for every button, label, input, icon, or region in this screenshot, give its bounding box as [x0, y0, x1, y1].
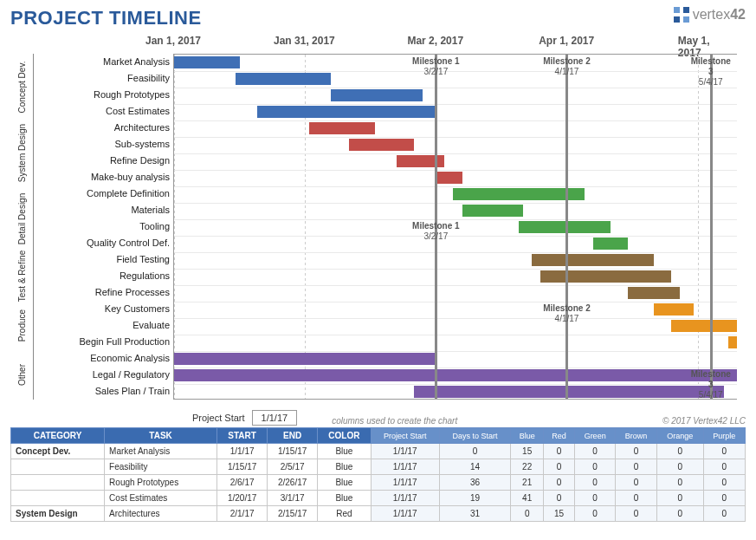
table-header: COLOR	[318, 428, 372, 444]
gantt-bar	[654, 303, 693, 316]
table-header: Blue	[511, 428, 544, 444]
group-label: Produce	[10, 301, 35, 350]
gantt-bar	[453, 188, 584, 200]
task-label: Regulations	[40, 268, 170, 284]
task-label: Architectures	[40, 120, 170, 136]
gantt-bar	[309, 122, 375, 134]
table-header: Green	[575, 428, 616, 444]
table-header: Brown	[616, 428, 657, 444]
task-label: Tooling	[40, 218, 170, 235]
gantt-bar	[174, 369, 737, 381]
group-label: Concept Dev.	[10, 54, 35, 120]
axis-tick: Mar 2, 2017	[407, 35, 463, 47]
table-header: Red	[544, 428, 575, 444]
task-label: Materials	[40, 202, 170, 218]
group-label: Detail Design	[10, 185, 35, 251]
milestone-label: Milestone 24/1/17	[543, 56, 590, 77]
task-label: Sub-systems	[40, 136, 170, 153]
gantt-bar	[236, 73, 332, 85]
axis-tick: Apr 1, 2017	[539, 35, 594, 47]
table-header: Purple	[703, 428, 745, 444]
milestone-label: Milestone 35/4/17	[691, 369, 731, 400]
milestone-label: Milestone 13/2/17	[412, 221, 459, 242]
gantt-bar	[462, 205, 524, 217]
gantt-bar	[540, 270, 671, 283]
task-label: Quality Control Def.	[40, 235, 170, 251]
group-label: System Design	[10, 120, 35, 185]
task-label: Make-buy analysis	[40, 169, 170, 185]
table-header: Days to Start	[439, 428, 510, 444]
task-label: Refine Processes	[40, 284, 170, 301]
milestone-label: Milestone 35/4/17	[691, 56, 731, 88]
task-label: Economic Analysis	[40, 350, 170, 367]
gantt-bar	[436, 172, 462, 184]
milestone-line	[565, 55, 568, 399]
gantt-bar	[519, 221, 611, 233]
page-title: PROJECT TIMELINE	[10, 7, 202, 29]
table-row: Feasibility1/15/172/5/17Blue1/1/17142200…	[11, 459, 746, 475]
data-table: CATEGORYTASKSTARTENDCOLORProject StartDa…	[10, 427, 746, 522]
task-label: Evaluate	[40, 317, 170, 334]
group-label: Other	[10, 350, 35, 400]
axis-tick: Jan 31, 2017	[274, 35, 335, 47]
gantt-bar	[593, 237, 628, 250]
gantt-chart: Jan 1, 2017Jan 31, 2017Mar 2, 2017Apr 1,…	[10, 35, 746, 407]
table-row: Rough Prototypes2/6/172/26/17Blue1/1/173…	[11, 475, 746, 491]
table-row: Concept Dev.Market Analysis1/1/171/15/17…	[11, 444, 746, 459]
gantt-bar	[671, 320, 737, 332]
columns-note: columns used to create the chart	[332, 416, 457, 426]
task-label: Feasibility	[40, 70, 170, 87]
task-label: Cost Estimates	[40, 103, 170, 120]
gantt-bar	[174, 353, 436, 365]
group-label: Test & Refine	[10, 251, 35, 301]
project-start-label: Project Start	[192, 413, 252, 423]
vertex42-logo: vertex42	[674, 7, 746, 23]
task-label: Refine Design	[40, 153, 170, 169]
table-row: System DesignArchitectures2/1/172/15/17R…	[11, 506, 746, 522]
task-label: Field Testing	[40, 251, 170, 268]
gantt-bar	[331, 89, 423, 101]
milestone-label: Milestone 13/2/17	[412, 56, 459, 77]
milestone-label: Milestone 24/1/17	[543, 303, 590, 324]
gantt-bar	[532, 254, 654, 266]
task-label: Rough Prototypes	[40, 87, 170, 103]
table-header: CATEGORY	[11, 428, 105, 444]
task-label: Legal / Regulatory	[40, 367, 170, 383]
gantt-bar	[628, 287, 680, 299]
table-header: Orange	[656, 428, 703, 444]
table-header: START	[217, 428, 268, 444]
gantt-bar	[257, 106, 436, 118]
table-header: TASK	[105, 428, 217, 444]
axis-tick: Jan 1, 2017	[145, 35, 201, 47]
task-label: Begin Full Production	[40, 334, 170, 350]
copyright: © 2017 Vertex42 LLC	[662, 416, 746, 426]
table-header: Project Start	[371, 428, 439, 444]
gantt-bar	[414, 386, 724, 398]
task-label: Key Customers	[40, 301, 170, 317]
gantt-bar	[349, 139, 415, 151]
milestone-line	[710, 55, 713, 399]
gantt-bar	[728, 336, 737, 348]
table-header: END	[268, 428, 318, 444]
task-label: Complete Definition	[40, 185, 170, 202]
gantt-bar	[174, 56, 240, 68]
logo-icon	[674, 7, 689, 23]
task-label: Market Analysis	[40, 54, 170, 70]
table-row: Cost Estimates1/20/173/1/17Blue1/1/17194…	[11, 491, 746, 506]
task-label: Sales Plan / Train	[40, 383, 170, 400]
project-start-value: 1/1/17	[252, 410, 298, 426]
